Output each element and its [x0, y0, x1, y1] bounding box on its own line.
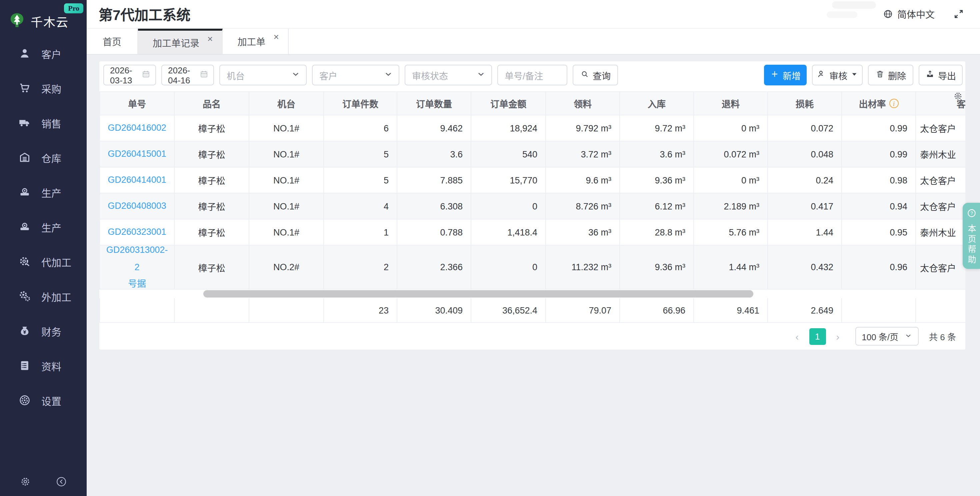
cell-pieces: 2 — [324, 246, 397, 290]
cell-material_out: 3.72 m³ — [546, 142, 620, 167]
column-header-label: 机台 — [277, 97, 295, 110]
order-number-link[interactable]: GD260416002 — [108, 120, 166, 136]
order-number-link[interactable]: GD260408003 — [108, 198, 166, 214]
column-header-pieces: 订单件数 — [324, 91, 397, 115]
sidebar-item-processing[interactable]: 代加工 — [0, 244, 87, 279]
cell-pieces: 5 — [324, 142, 397, 167]
cell-material_return: 5.76 m³ — [694, 220, 768, 246]
cell-material_out: 11.232 m³ — [546, 246, 620, 290]
sidebar-item-sales[interactable]: 销售 — [0, 105, 87, 140]
sidebar-item-warehouse[interactable]: 仓库 — [0, 140, 87, 175]
cell-quantity: 6.308 — [397, 193, 471, 220]
tab-home[interactable]: 首页 — [87, 29, 138, 54]
tab-process-order[interactable]: 加工单× — [223, 29, 289, 54]
cell-inbound: 9.36 m³ — [620, 246, 694, 290]
cell-loss: 0.432 — [768, 246, 842, 290]
machine-select[interactable]: 机台 — [220, 65, 307, 85]
current-page-button[interactable]: 1 — [809, 328, 826, 344]
summary-cell-material_out: 79.07 — [546, 298, 620, 323]
svg-text:?: ? — [970, 211, 973, 216]
tab-close-icon[interactable]: × — [273, 32, 278, 41]
add-button[interactable]: 新增 — [764, 65, 807, 85]
tab-process-records[interactable]: 加工单记录× — [138, 29, 223, 54]
column-header-amount: 订单金额 — [471, 91, 546, 115]
order-number-link[interactable]: GD260313002-2 号据 — [107, 241, 168, 290]
cell-order: GD260414001 — [99, 167, 175, 193]
export-button[interactable]: 导出 — [919, 65, 963, 85]
order-number-link[interactable]: GD260323001 — [108, 223, 166, 241]
cell-product: 樟子松 — [175, 220, 249, 246]
machine-icon — [18, 220, 31, 233]
pro-badge: Pro — [64, 3, 83, 13]
column-header-label: 损耗 — [795, 97, 814, 110]
globe-icon — [883, 9, 893, 19]
language-label: 简体中文 — [897, 7, 935, 21]
collapse-sidebar-icon[interactable] — [55, 476, 67, 490]
delete-button-label: 删除 — [888, 69, 906, 82]
chevron-down-icon — [904, 331, 912, 341]
column-settings-gear-icon[interactable] — [953, 91, 963, 101]
logo-text: 千木云 — [31, 13, 68, 30]
tab-label: 加工单 — [237, 35, 265, 48]
summary-cell-order — [99, 298, 175, 323]
sidebar-item-finance[interactable]: 财务 — [0, 314, 87, 348]
sidebar-item-label: 生产 — [41, 220, 61, 234]
order-number-link[interactable]: GD260414001 — [108, 171, 166, 188]
cell-amount: 0 — [471, 193, 546, 220]
cell-amount: 18,924 — [471, 115, 546, 142]
cell-inbound: 6.12 m³ — [620, 193, 694, 220]
cell-loss: 0.417 — [768, 193, 842, 220]
cell-customer: 太仓客户 — [916, 193, 965, 220]
cell-material_out: 36 m³ — [546, 220, 620, 246]
page-help-tab[interactable]: ? 本页帮助 — [963, 203, 980, 269]
sidebar-item-outsourcing[interactable]: 外加工 — [0, 279, 87, 314]
cell-yield_rate: 0.94 — [842, 193, 916, 220]
gear-icon[interactable] — [19, 476, 31, 490]
table-header-row: 单号品名机台订单件数订单数量订单金额领料入库退料损耗出材率i客户 — [99, 91, 965, 115]
content: 2026-03-13 2026-04-16 — [87, 55, 980, 496]
order-number-link[interactable]: GD260415001 — [108, 145, 166, 163]
audit-button[interactable]: 审核 — [812, 65, 863, 85]
delete-button[interactable]: 删除 — [868, 65, 913, 85]
cell-order: GD260416002 — [99, 115, 175, 142]
cell-customer: 太仓客户 — [916, 167, 965, 193]
logo[interactable]: 千木云 Pro — [0, 0, 87, 35]
sidebar-item-purchase[interactable]: 采购 — [0, 71, 87, 105]
audit-status-select[interactable]: 审核状态 — [405, 65, 492, 85]
info-circle-icon[interactable]: i — [889, 99, 899, 108]
summary-cell-inbound: 66.96 — [620, 298, 694, 323]
prev-page-icon[interactable]: ‹ — [791, 330, 803, 342]
scrollbar-thumb[interactable] — [203, 290, 753, 298]
audit-status-placeholder: 审核状态 — [412, 69, 448, 82]
summary-cell-loss: 2.649 — [768, 298, 842, 323]
sidebar-item-production-2[interactable]: 生产 — [0, 209, 87, 244]
date-to-picker[interactable]: 2026-04-16 — [161, 65, 214, 85]
cell-pieces: 1 — [324, 220, 397, 246]
tab-close-icon[interactable]: × — [207, 34, 213, 43]
topbar-actions: 简体中文 — [883, 7, 964, 21]
sidebar-item-customers[interactable]: 客户 — [0, 36, 87, 71]
table-row: GD260323001樟子松NO.1#10.7881,418.436 m³28.… — [99, 220, 965, 246]
cell-quantity: 9.462 — [397, 115, 471, 142]
tab-label: 首页 — [103, 35, 121, 48]
money-bag-icon — [18, 324, 31, 338]
cell-loss: 0.24 — [768, 167, 842, 193]
keyword-input[interactable]: 单号/备注 — [497, 65, 567, 85]
cell-quantity: 2.366 — [397, 246, 471, 290]
next-page-icon[interactable]: › — [832, 330, 844, 342]
cell-inbound: 3.6 m³ — [620, 142, 694, 167]
date-from-picker[interactable]: 2026-03-13 — [103, 65, 156, 85]
tree-logo-icon — [8, 11, 26, 32]
sidebar-item-production-1[interactable]: 生产 — [0, 175, 87, 209]
language-switch[interactable]: 简体中文 — [883, 7, 935, 21]
search-button[interactable]: 查询 — [573, 65, 618, 85]
cell-product: 樟子松 — [175, 115, 249, 142]
page-size-select[interactable]: 100 条/页 — [855, 327, 918, 346]
sidebar-item-data[interactable]: 资料 — [0, 348, 87, 383]
fullscreen-icon[interactable] — [953, 9, 964, 19]
sidebar-item-settings[interactable]: 设置 — [0, 383, 87, 418]
customer-select[interactable]: 客户 — [312, 65, 399, 85]
cell-yield_rate: 0.96 — [842, 246, 916, 290]
summary-cell-machine — [249, 298, 324, 323]
customer-select-placeholder: 客户 — [319, 69, 337, 82]
